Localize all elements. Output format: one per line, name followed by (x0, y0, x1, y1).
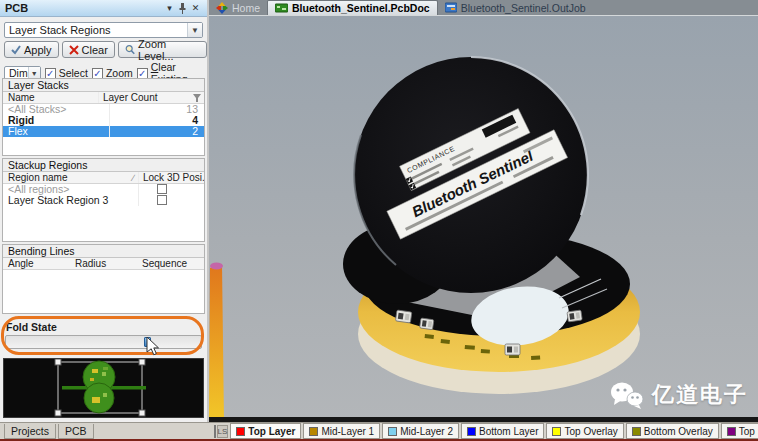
stackup-regions-group: Stackup Regions Region name ∕ Lock 3D Po… (2, 158, 205, 242)
panel-tab-projects[interactable]: Projects (4, 424, 56, 439)
col-radius[interactable]: Radius (70, 258, 137, 269)
layer-stacks-group: Layer Stacks Name Layer Count <All Stack… (2, 78, 205, 156)
col-layer-count[interactable]: Layer Count (98, 92, 193, 103)
checkbox-checked-icon: ✓ (137, 68, 148, 79)
slider-thumb[interactable] (144, 337, 151, 347)
col-sequence[interactable]: Sequence (137, 258, 204, 269)
panel-pin-icon[interactable] (176, 2, 189, 15)
table-row[interactable]: Rigid 4 (3, 115, 204, 126)
pcb-panel-header: PCB ▾ ✕ (0, 0, 207, 17)
pcb-panel: PCB ▾ ✕ Layer Stack Regions ▼ Apply Clea… (0, 0, 209, 422)
tab-pcbdoc[interactable]: Bluetooth_Sentinel.PcbDoc (267, 0, 438, 15)
layer-tab-top-overlay[interactable]: Top Overlay (546, 423, 623, 439)
col-lock-3d[interactable]: Lock 3D Posi... (138, 172, 204, 183)
col-region-name[interactable]: Region name ∕ (3, 172, 138, 183)
layer-color-swatch (467, 427, 476, 436)
panel-mode-dropdown[interactable]: Layer Stack Regions ▼ (4, 22, 203, 38)
bending-lines-header: Angle Radius Sequence (3, 258, 204, 270)
fold-state-slider[interactable] (5, 335, 202, 349)
filter-funnel-icon[interactable] (193, 92, 201, 103)
clear-button[interactable]: Clear (62, 41, 115, 58)
outjob-icon (445, 2, 457, 13)
table-row[interactable]: <All Stacks> 13 (3, 104, 204, 115)
layer-tab-bottom-layer[interactable]: Bottom Layer (461, 423, 544, 439)
apply-button[interactable]: Apply (4, 41, 59, 58)
stackup-regions-title: Stackup Regions (3, 159, 204, 172)
bending-lines-title: Bending Lines (3, 245, 204, 258)
pcb-3d-viewport[interactable]: COMPLIANCE Bluetooth Sentinel (209, 16, 758, 422)
bottom-bar: Projects PCB LS Top Layer Mid-Layer 1 Mi… (0, 422, 758, 441)
wechat-icon (610, 381, 644, 409)
layer-color-swatch (236, 427, 245, 436)
panel-title: PCB (5, 2, 28, 14)
tab-outjob[interactable]: Bluetooth_Sentinel.OutJob (438, 0, 593, 15)
layer-color-swatch (388, 427, 397, 436)
pcbdoc-icon (275, 3, 288, 13)
clear-x-icon (69, 45, 79, 55)
layer-tab-top-solder[interactable]: Top Solder (721, 423, 758, 439)
table-row[interactable]: Layer Stack Region 3 (3, 195, 204, 206)
board-preview[interactable] (3, 358, 204, 418)
preview-bottom-circle (84, 383, 114, 413)
layer-stacks-title: Layer Stacks (3, 79, 204, 92)
col-name[interactable]: Name (3, 92, 98, 103)
layer-tab-top-layer[interactable]: Top Layer (230, 423, 301, 439)
board-3d-scene: COMPLIANCE Bluetooth Sentinel (209, 16, 758, 422)
layer-color-swatch (727, 427, 736, 436)
layer-color-swatch (309, 427, 318, 436)
panel-tab-pcb[interactable]: PCB (58, 424, 94, 439)
document-tab-bar: Home Bluetooth_Sentinel.PcbDoc Bluetooth… (209, 0, 758, 16)
fold-state-label: Fold State (6, 321, 57, 333)
lock-checkbox[interactable] (157, 195, 167, 205)
sort-ascending-icon: ∕ (132, 172, 134, 183)
panel-dropdown-icon[interactable]: ▾ (163, 2, 176, 15)
layer-tab-mid-layer-1[interactable]: Mid-Layer 1 (303, 423, 380, 439)
apply-check-icon (11, 45, 21, 55)
table-row-selected[interactable]: Flex 2 (3, 126, 204, 137)
checkbox-checked-icon: ✓ (45, 68, 56, 79)
zoom-level-button[interactable]: Zoom Level... (118, 41, 207, 58)
panel-mode-value: Layer Stack Regions (9, 24, 111, 36)
layer-tab-bottom-overlay[interactable]: Bottom Overlay (626, 423, 719, 439)
magnifier-icon (125, 44, 135, 55)
col-angle[interactable]: Angle (3, 258, 70, 269)
layer-set-abbr[interactable]: LS (217, 425, 229, 438)
chevron-down-icon: ▼ (187, 23, 202, 37)
watermark: 亿道电子 (610, 380, 748, 410)
checkbox-checked-icon: ✓ (92, 68, 103, 79)
lock-checkbox[interactable] (157, 184, 167, 194)
layer-stacks-header: Name Layer Count (3, 92, 204, 104)
layer-tab-mid-layer-2[interactable]: Mid-Layer 2 (382, 423, 459, 439)
stackup-regions-header: Region name ∕ Lock 3D Posi... (3, 172, 204, 184)
tab-home[interactable]: Home (209, 0, 267, 15)
bending-lines-group: Bending Lines Angle Radius Sequence (2, 244, 205, 314)
altium-pcb-window: PCB ▾ ✕ Layer Stack Regions ▼ Apply Clea… (0, 0, 758, 441)
main-area: Home Bluetooth_Sentinel.PcbDoc Bluetooth… (209, 0, 758, 422)
home-icon (216, 2, 228, 14)
fold-cone-object (209, 263, 224, 423)
layer-color-swatch (552, 427, 561, 436)
panel-close-icon[interactable]: ✕ (189, 2, 202, 15)
table-row[interactable]: <All regions> (3, 184, 204, 195)
current-layer-swatch[interactable] (214, 425, 216, 438)
layer-color-swatch (632, 427, 641, 436)
